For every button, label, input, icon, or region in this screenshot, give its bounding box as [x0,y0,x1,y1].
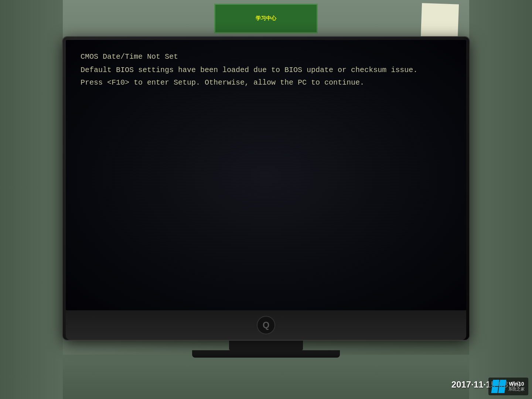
monitor-outer-bezel: COMPAQ CMOS Date/Time Not Set Default BI… [63,37,469,340]
win10-pane-4 [498,387,505,393]
monitor: COMPAQ CMOS Date/Time Not Set Default BI… [63,37,469,358]
bios-line-2: Default BIOS settings have been loaded d… [81,64,451,76]
bios-line-1: CMOS Date/Time Not Set [81,51,451,63]
win10-subtitle-text: 系统之家 [508,386,525,392]
compaq-logo-icon: Q [257,316,275,334]
win10-pane-2 [499,380,506,386]
right-side [469,0,532,399]
bios-message: CMOS Date/Time Not Set Default BIOS sett… [81,51,451,89]
win10-title-text: Win10 [508,381,525,386]
monitor-screen: CMOS Date/Time Not Set Default BIOS sett… [66,40,466,310]
monitor-bottom-bezel: Q [66,310,466,340]
win10-label: Win10 系统之家 [508,381,525,392]
win10-pane-1 [492,380,499,386]
sign-text: 学习中心 [256,15,276,22]
win10-watermark: Win10 系统之家 [488,378,528,395]
monitor-stand [229,339,303,350]
monitor-base [192,350,340,358]
win10-pane-3 [491,387,498,393]
bios-screen-content: CMOS Date/Time Not Set Default BIOS sett… [66,40,466,310]
left-side [0,0,63,399]
desk-surface [0,355,532,399]
bios-line-3: Press <F10> to enter Setup. Otherwise, a… [81,77,451,89]
background-sign: 学习中心 [214,4,318,33]
win10-logo-icon [491,380,506,393]
